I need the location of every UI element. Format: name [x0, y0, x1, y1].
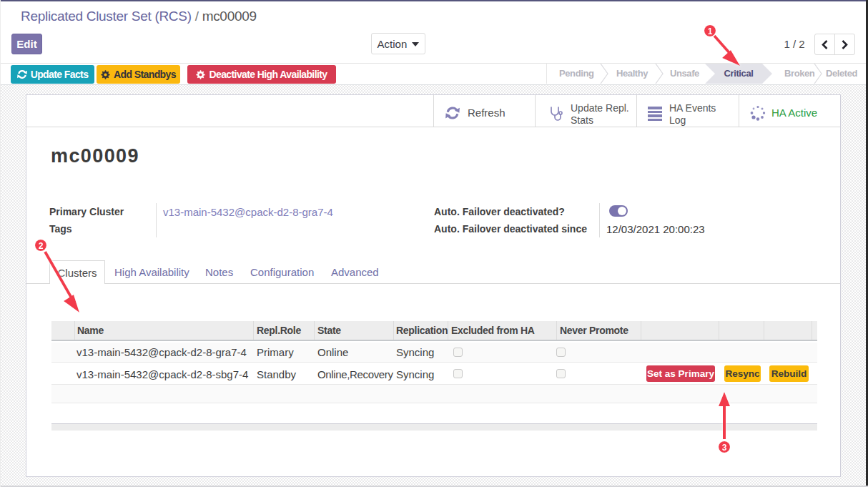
svg-text:2: 2 [39, 241, 44, 251]
svg-text:3: 3 [722, 443, 727, 453]
svg-text:1: 1 [708, 26, 713, 36]
